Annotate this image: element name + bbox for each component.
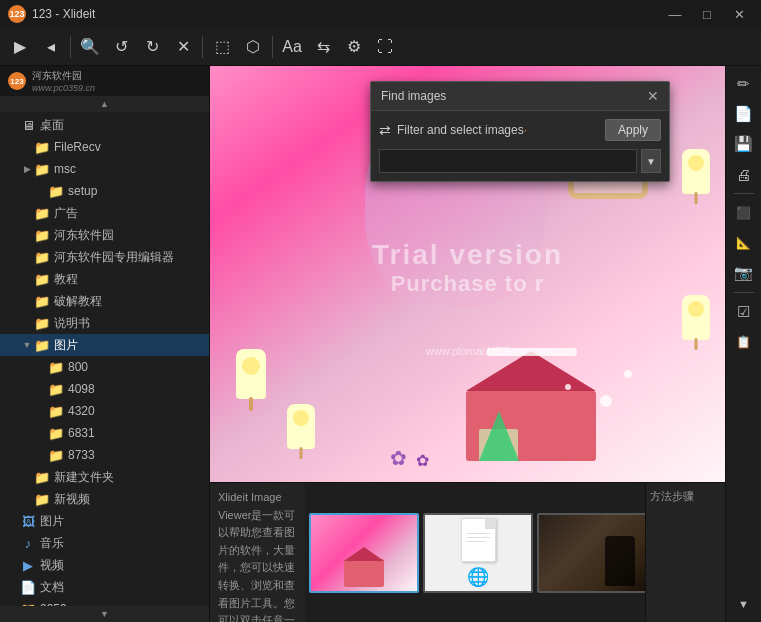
description-panel: Xlideit Image Viewer是一款可以帮助您查看图片的软件，大量件，…: [210, 483, 305, 622]
sidebar-item-music[interactable]: ♪ 音乐: [0, 532, 209, 554]
popsicle-right-bottom: [682, 295, 710, 340]
sidebar-item-tupian[interactable]: ▼ 📁 图片: [0, 334, 209, 356]
find-images-dialog: Find images ✕ ⇄ Filter and select images…: [370, 81, 670, 182]
find-images-body: ⇄ Filter and select images· Apply ▼: [371, 111, 669, 181]
sidebar-item-pojie[interactable]: 📁 破解教程: [0, 290, 209, 312]
sidebar-item-label: 800: [68, 360, 88, 374]
toolbar-fullscreen-button[interactable]: ⛶: [371, 33, 399, 61]
sidebar-item-label: 教程: [54, 271, 78, 288]
sidebar-item-shuo[interactable]: 📁 说明书: [0, 312, 209, 334]
sidebar-item-new-video[interactable]: 📁 新视频: [0, 488, 209, 510]
sidebar-item-setup[interactable]: 📁 setup: [0, 180, 209, 202]
toolbar-zoom-button[interactable]: 🔍: [76, 33, 104, 61]
expand-icon: ▼: [20, 338, 34, 352]
thumbnail-3[interactable]: [537, 513, 645, 593]
right-btn-edit[interactable]: ✏: [730, 70, 758, 98]
sidebar-item-label: 图片: [54, 337, 78, 354]
right-btn-camera[interactable]: 📷: [730, 259, 758, 287]
find-images-filter-row: ⇄ Filter and select images· Apply: [379, 119, 661, 141]
find-images-close-button[interactable]: ✕: [647, 88, 659, 104]
sidebar-item-8733[interactable]: 📁 8733: [0, 444, 209, 466]
sidebar-item-label: 河东软件园专用编辑器: [54, 249, 174, 266]
sidebar-item-desktop[interactable]: 🖥 桌面: [0, 114, 209, 136]
title-left: 123 123 - Xlideit: [8, 5, 95, 23]
toolbar-rotate-right-button[interactable]: ↻: [138, 33, 166, 61]
maximize-button[interactable]: □: [693, 4, 721, 24]
right-btn-black[interactable]: ⬛: [730, 199, 758, 227]
toolbar-flip-button[interactable]: ⇆: [309, 33, 337, 61]
toolbar-settings-button[interactable]: ⚙: [340, 33, 368, 61]
right-btn-save[interactable]: 💾: [730, 130, 758, 158]
sidebar-watermark: www.pc0359.cn: [32, 83, 95, 93]
toolbar-text-button[interactable]: Aa: [278, 33, 306, 61]
sidebar-item-6831[interactable]: 📁 6831: [0, 422, 209, 444]
sidebar-item-filerecv[interactable]: 📁 FileRecv: [0, 136, 209, 158]
minimize-button[interactable]: —: [661, 4, 689, 24]
sidebar-item-label: 6831: [68, 426, 95, 440]
toolbar-play-button[interactable]: ▶: [6, 33, 34, 61]
title-bar: 123 123 - Xlideit — □ ✕: [0, 0, 761, 28]
find-images-dropdown-button[interactable]: ▼: [641, 149, 661, 173]
expand-icon: [34, 426, 48, 440]
folder-icon: 📁: [34, 271, 50, 287]
right-btn-clipboard[interactable]: 📋: [730, 328, 758, 356]
sidebar-tree: 🖥 桌面 📁 FileRecv ▶ 📁 msc 📁 setup: [0, 112, 209, 606]
right-btn-resize[interactable]: 📐: [730, 229, 758, 257]
sidebar-item-label: 音乐: [40, 535, 64, 552]
close-window-button[interactable]: ✕: [725, 4, 753, 24]
expand-icon: [20, 228, 34, 242]
sidebar-item-4098[interactable]: 📁 4098: [0, 378, 209, 400]
expand-icon: ▶: [20, 162, 34, 176]
sidebar-item-jiaocheng[interactable]: 📁 教程: [0, 268, 209, 290]
folder-icon: 📁: [34, 227, 50, 243]
sidebar-item-documents[interactable]: 📄 文档: [0, 576, 209, 598]
toolbar-crop-button[interactable]: ⬚: [208, 33, 236, 61]
toolbar-copy-button[interactable]: ⬡: [239, 33, 267, 61]
sidebar-scroll-up-button[interactable]: ▲: [0, 96, 209, 112]
desktop-icon: 🖥: [20, 117, 36, 133]
expand-icon: [6, 536, 20, 550]
right-separator-2: [734, 292, 754, 293]
toolbar-rotate-left-button[interactable]: ↺: [107, 33, 135, 61]
expand-icon: [34, 448, 48, 462]
sidebar-item-hedong[interactable]: 📁 河东软件园: [0, 224, 209, 246]
sidebar-item-4320[interactable]: 📁 4320: [0, 400, 209, 422]
popsicle-right-top: [682, 149, 710, 194]
find-images-input-row: ▼: [379, 149, 661, 173]
sidebar-item-800[interactable]: 📁 800: [0, 356, 209, 378]
sidebar-item-pc0359[interactable]: 📁 0359: [0, 598, 209, 606]
thumbnail-3-image: [539, 515, 645, 591]
sidebar-item-pictures-library[interactable]: 🖼 图片: [0, 510, 209, 532]
popsicle-left: [236, 349, 266, 399]
right-btn-print[interactable]: 🖨: [730, 160, 758, 188]
sidebar-item-new-folder[interactable]: 📁 新建文件夹: [0, 466, 209, 488]
sidebar-item-guanggao[interactable]: 📁 广告: [0, 202, 209, 224]
sidebar-item-video[interactable]: ▶ 视频: [0, 554, 209, 576]
sidebar: 123 河东软件园 www.pc0359.cn ▲ 🖥 桌面 📁 FileRec…: [0, 66, 210, 622]
right-btn-check[interactable]: ☑: [730, 298, 758, 326]
expand-icon: [6, 558, 20, 572]
right-btn-arrow-down[interactable]: ▼: [730, 590, 758, 618]
find-images-search-input[interactable]: [379, 149, 637, 173]
sidebar-item-label: 破解教程: [54, 293, 102, 310]
sidebar-item-label: FileRecv: [54, 140, 101, 154]
folder-icon: 📁: [34, 337, 50, 353]
sidebar-item-label: msc: [54, 162, 76, 176]
folder-icon: 📁: [34, 205, 50, 221]
expand-icon: [20, 492, 34, 506]
apply-button[interactable]: Apply: [605, 119, 661, 141]
right-description-text: 方法步骤: [650, 490, 694, 502]
toolbar-prev-button[interactable]: ◂: [37, 33, 65, 61]
toolbar-close-button[interactable]: ✕: [169, 33, 197, 61]
thumbnail-1[interactable]: [309, 513, 419, 593]
thumbnail-1-image: [311, 515, 417, 591]
sidebar-item-hedong-editor[interactable]: 📁 河东软件园专用编辑器: [0, 246, 209, 268]
sidebar-scroll-down-button[interactable]: ▼: [0, 606, 209, 622]
thumbnail-2[interactable]: 🌐: [423, 513, 533, 593]
image-viewer[interactable]: ✿ ✿ www.plomai.NET Trial version Purchas…: [210, 66, 725, 482]
expand-icon: [34, 184, 48, 198]
right-btn-document[interactable]: 📄: [730, 100, 758, 128]
expand-icon: [20, 316, 34, 330]
folder-icon: 📁: [48, 403, 64, 419]
sidebar-item-msc[interactable]: ▶ 📁 msc: [0, 158, 209, 180]
